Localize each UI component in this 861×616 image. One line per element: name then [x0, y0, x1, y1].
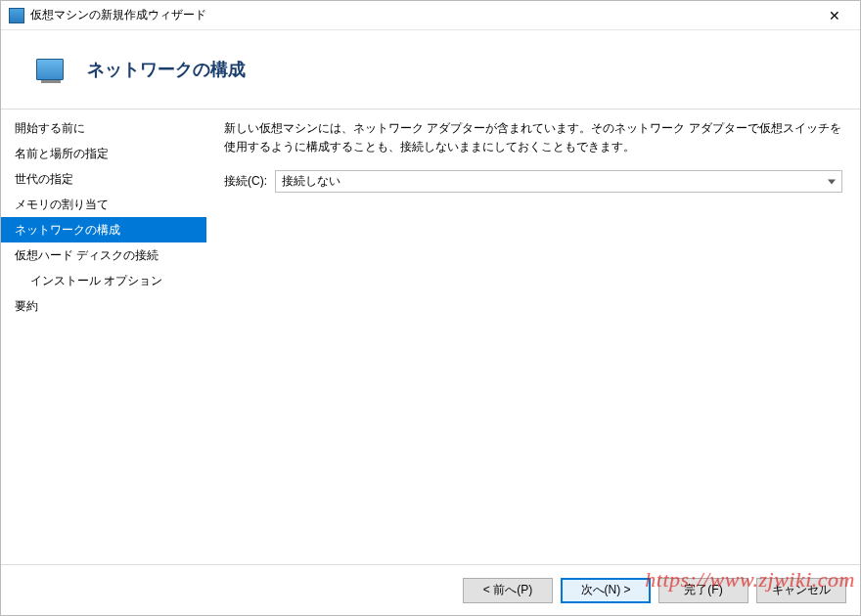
close-button[interactable]: ✕: [812, 2, 856, 29]
cancel-button[interactable]: キャンセル: [756, 578, 846, 603]
previous-button[interactable]: < 前へ(P): [463, 578, 553, 603]
connection-value: 接続しない: [282, 173, 340, 190]
step-vhd[interactable]: 仮想ハード ディスクの接続: [1, 242, 206, 268]
wizard-body: 開始する前に 名前と場所の指定 世代の指定 メモリの割り当て ネットワークの構成…: [1, 109, 860, 564]
titlebar: 仮想マシンの新規作成ウィザード ✕: [1, 1, 860, 30]
wizard-header: ネットワークの構成: [1, 30, 860, 109]
step-summary[interactable]: 要約: [1, 293, 206, 319]
app-icon: [9, 8, 24, 23]
wizard-window: 仮想マシンの新規作成ウィザード ✕ ネットワークの構成 開始する前に 名前と場所…: [0, 0, 861, 616]
step-memory[interactable]: メモリの割り当て: [1, 192, 206, 217]
window-title: 仮想マシンの新規作成ウィザード: [30, 7, 812, 23]
description-text: 新しい仮想マシンには、ネットワーク アダプターが含まれています。そのネットワーク…: [224, 119, 842, 156]
finish-button[interactable]: 完了(F): [658, 578, 748, 603]
content-pane: 新しい仮想マシンには、ネットワーク アダプターが含まれています。そのネットワーク…: [206, 110, 860, 564]
connection-dropdown[interactable]: 接続しない: [275, 170, 842, 193]
step-network[interactable]: ネットワークの構成: [1, 217, 206, 242]
chevron-down-icon: [828, 179, 836, 184]
connection-label: 接続(C):: [224, 173, 267, 190]
monitor-icon: [36, 59, 64, 80]
step-name-location[interactable]: 名前と場所の指定: [1, 141, 206, 166]
step-generation[interactable]: 世代の指定: [1, 166, 206, 192]
step-install-options[interactable]: インストール オプション: [1, 268, 206, 293]
close-icon: ✕: [829, 8, 840, 23]
step-before-you-begin[interactable]: 開始する前に: [1, 115, 206, 141]
steps-sidebar: 開始する前に 名前と場所の指定 世代の指定 メモリの割り当て ネットワークの構成…: [1, 110, 206, 564]
connection-row: 接続(C): 接続しない: [224, 170, 842, 193]
next-button[interactable]: 次へ(N) >: [561, 578, 651, 603]
page-heading: ネットワークの構成: [87, 58, 246, 81]
wizard-footer: < 前へ(P) 次へ(N) > 完了(F) キャンセル: [1, 564, 860, 615]
